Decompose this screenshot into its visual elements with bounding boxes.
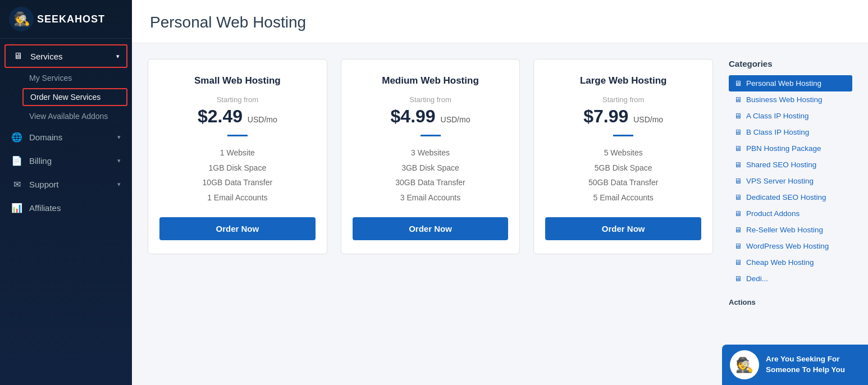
actions-label: Actions [729, 298, 852, 306]
category-label: Dedicated SEO Hosting [746, 193, 826, 201]
category-item-4[interactable]: 🖥PBN Hosting Package [729, 140, 852, 157]
small-card-price: $2.49 USD/mo [198, 106, 277, 127]
sidebar-item-services-label: Services [30, 52, 63, 61]
small-card-title: Small Web Hosting [194, 75, 281, 86]
domains-icon: 🌐 [11, 131, 22, 143]
category-icon: 🖥 [734, 242, 742, 250]
category-item-1[interactable]: 🖥Business Web Hosting [729, 91, 852, 108]
category-icon: 🖥 [734, 193, 742, 201]
medium-card-title: Medium Web Hosting [382, 75, 479, 86]
services-icon: 🖥 [12, 51, 24, 62]
category-label: B Class IP Hosting [746, 128, 809, 136]
feature-item: 5 Email Accounts [588, 190, 659, 205]
category-item-11[interactable]: 🖥Cheap Web Hosting [729, 254, 852, 271]
sidebar: 🕵️ SEEKAHOST 🖥 Services ▾ My Services Or… [0, 0, 132, 385]
sidebar-item-affiliates[interactable]: 📊 Affiliates [0, 196, 132, 219]
category-item-3[interactable]: 🖥B Class IP Hosting [729, 124, 852, 140]
category-item-7[interactable]: 🖥Dedicated SEO Hosting [729, 189, 852, 205]
small-hosting-card: Small Web Hosting Starting from $2.49 US… [148, 59, 327, 254]
chat-widget[interactable]: 🕵️ Are You Seeking For Someone To Help Y… [722, 345, 868, 385]
content-area: Small Web Hosting Starting from $2.49 US… [132, 43, 868, 385]
large-card-title: Large Web Hosting [580, 75, 667, 86]
small-price-unit: USD/mo [248, 115, 277, 124]
billing-icon: 📄 [11, 155, 22, 166]
category-label: Re-Seller Web Hosting [746, 226, 823, 234]
large-card-price: $7.99 USD/mo [583, 106, 663, 127]
category-label: Business Web Hosting [746, 95, 823, 104]
categories-list: 🖥Personal Web Hosting🖥Business Web Hosti… [729, 75, 852, 287]
medium-price-value: $4.99 [391, 106, 436, 126]
large-card-features: 5 Websites 5GB Disk Space 50GB Data Tran… [588, 145, 659, 205]
sidebar-item-affiliates-label: Affiliates [29, 203, 61, 213]
category-icon: 🖥 [734, 144, 742, 153]
chevron-down-icon: ▾ [116, 53, 120, 60]
sidebar-item-support-label: Support [29, 180, 59, 189]
category-label: Dedi... [746, 274, 768, 283]
feature-item: 10GB Data Transfer [203, 175, 273, 190]
medium-order-button[interactable]: Order Now [353, 217, 509, 240]
page-title: Personal Web Hosting [150, 13, 850, 31]
affiliates-icon: 📊 [11, 202, 22, 213]
category-item-10[interactable]: 🖥WordPress Web Hosting [729, 238, 852, 254]
category-icon: 🖥 [734, 128, 742, 136]
small-order-button[interactable]: Order Now [159, 217, 316, 240]
feature-item: 1 Website [203, 145, 273, 161]
svg-text:🕵️: 🕵️ [13, 11, 30, 27]
sidebar-item-services[interactable]: 🖥 Services ▾ [4, 44, 127, 68]
chat-avatar: 🕵️ [730, 350, 759, 379]
large-hosting-card: Large Web Hosting Starting from $7.99 US… [533, 59, 713, 254]
sidebar-item-domains[interactable]: 🌐 Domains ▾ [0, 125, 132, 149]
category-icon: 🖥 [734, 79, 742, 88]
sidebar-item-billing-label: Billing [29, 156, 52, 166]
page-header: Personal Web Hosting [132, 0, 868, 43]
sidebar-item-support[interactable]: ✉ Support ▾ [0, 172, 132, 196]
main-content: Personal Web Hosting Small Web Hosting S… [132, 0, 868, 385]
category-label: Product Addons [746, 209, 800, 218]
feature-item: 5 Websites [588, 145, 659, 161]
small-card-features: 1 Website 1GB Disk Space 10GB Data Trans… [203, 145, 273, 205]
category-label: A Class IP Hosting [746, 112, 809, 120]
sidebar-item-billing[interactable]: 📄 Billing ▾ [0, 149, 132, 172]
medium-starting-from: Starting from [409, 95, 451, 104]
view-addons-link[interactable]: View Available Addons [0, 107, 132, 125]
small-price-value: $2.49 [198, 106, 243, 126]
category-icon: 🖥 [734, 258, 742, 267]
feature-item: 30GB Data Transfer [395, 175, 465, 190]
category-item-5[interactable]: 🖥Shared SEO Hosting [729, 157, 852, 173]
feature-item: 1 Email Accounts [203, 190, 273, 205]
chevron-down-icon: ▾ [117, 157, 121, 164]
medium-hosting-card: Medium Web Hosting Starting from $4.99 U… [341, 59, 520, 254]
chevron-down-icon: ▾ [117, 134, 121, 141]
brand-name: SEEKAHOST [37, 13, 105, 25]
logo-area[interactable]: 🕵️ SEEKAHOST [0, 0, 132, 39]
logo-icon: 🕵️ [9, 7, 34, 31]
small-starting-from: Starting from [217, 95, 258, 104]
small-card-divider [227, 135, 248, 136]
category-item-6[interactable]: 🖥VPS Server Hosting [729, 173, 852, 189]
chat-text: Are You Seeking For Someone To Help You [766, 354, 860, 375]
support-icon: ✉ [11, 178, 22, 190]
medium-card-divider [421, 135, 441, 136]
category-icon: 🖥 [734, 95, 742, 104]
feature-item: 50GB Data Transfer [588, 175, 659, 190]
large-price-unit: USD/mo [633, 115, 663, 124]
order-new-services-link[interactable]: Order New Services [22, 88, 127, 106]
category-item-0[interactable]: 🖥Personal Web Hosting [729, 75, 852, 91]
main-wrapper: Personal Web Hosting Small Web Hosting S… [132, 0, 868, 385]
services-subnav: My Services Order New Services View Avai… [0, 69, 132, 125]
category-icon: 🖥 [734, 161, 742, 169]
feature-item: 3GB Disk Space [395, 161, 465, 176]
sidebar-item-domains-label: Domains [29, 132, 62, 142]
category-label: PBN Hosting Package [746, 144, 821, 153]
categories-title: Categories [729, 59, 852, 68]
large-price-value: $7.99 [583, 106, 628, 126]
large-order-button[interactable]: Order Now [545, 217, 701, 240]
category-item-8[interactable]: 🖥Product Addons [729, 205, 852, 222]
medium-card-features: 3 Websites 3GB Disk Space 30GB Data Tran… [395, 145, 465, 205]
feature-item: 3 Websites [395, 145, 465, 161]
my-services-link[interactable]: My Services [0, 69, 132, 87]
category-item-2[interactable]: 🖥A Class IP Hosting [729, 108, 852, 124]
sidebar-nav: 🖥 Services ▾ My Services Order New Servi… [0, 39, 132, 385]
category-item-9[interactable]: 🖥Re-Seller Web Hosting [729, 222, 852, 238]
category-item-12[interactable]: 🖥Dedi... [729, 271, 852, 287]
